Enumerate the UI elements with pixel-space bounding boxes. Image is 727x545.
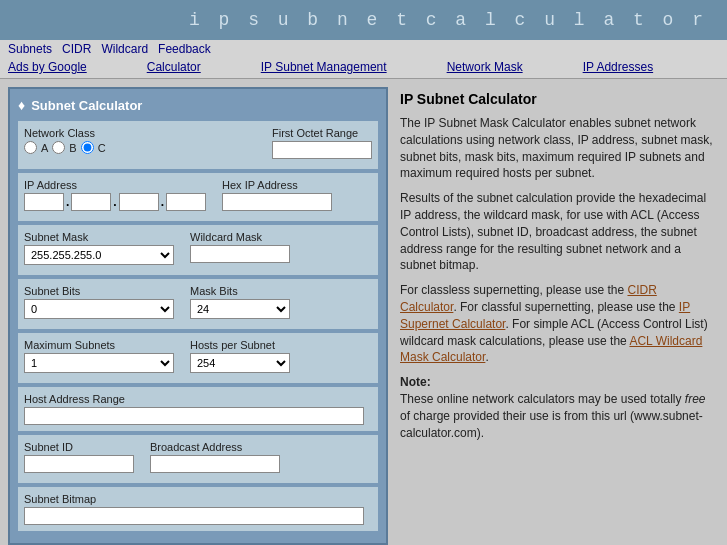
hex-ip-input[interactable]: C0A8.00.01	[222, 193, 332, 211]
mask-row: Subnet Mask 255.255.255.0 Wildcard Mask …	[24, 231, 372, 265]
info-p3-mid: . For classful supernetting, please use …	[453, 300, 678, 314]
hex-ip-group: Hex IP Address C0A8.00.01	[222, 179, 332, 211]
hosts-per-subnet-select[interactable]: 254	[190, 353, 290, 373]
wildcard-mask-label: Wildcard Mask	[190, 231, 290, 243]
note-free: free	[685, 392, 706, 406]
subnet-mask-group: Subnet Mask 255.255.255.0	[24, 231, 174, 265]
nav-subnets[interactable]: Subnets	[8, 42, 52, 56]
ads-by-google[interactable]: Ads by Google	[8, 60, 87, 74]
network-class-row: Network Class A B C First Octet Range 19…	[24, 127, 372, 159]
ip-row: IP Address 192 . 168 . 0 . 1 Hex IP Addr…	[24, 179, 372, 211]
note-pre: These online network calculators may be …	[400, 392, 685, 406]
subnet-bits-group: Subnet Bits 0	[24, 285, 174, 319]
subnet-id-label: Subnet ID	[24, 441, 134, 453]
host-range-section: Host Address Range 192.168.0.1 - 192.168…	[18, 387, 378, 431]
nav-cidr[interactable]: CIDR	[62, 42, 91, 56]
mask-bits-select[interactable]: 24	[190, 299, 290, 319]
info-paragraph1: The IP Subnet Mask Calculator enables su…	[400, 115, 715, 182]
calculator-icon: ♦	[18, 97, 25, 113]
broadcast-label: Broadcast Address	[150, 441, 280, 453]
info-p3-end: .	[485, 350, 488, 364]
bits-row: Subnet Bits 0 Mask Bits 24	[24, 285, 372, 319]
info-note: Note: These online network calculators m…	[400, 374, 715, 441]
wildcard-mask-input[interactable]: 0.0.0.255	[190, 245, 290, 263]
nav-links: Subnets CIDR Wildcard Feedback	[8, 42, 719, 56]
header-title: i p s u b n e t c a l c u l a t o r	[189, 10, 707, 30]
host-range-input[interactable]: 192.168.0.1 - 192.168.0.254	[24, 407, 364, 425]
bits-section: Subnet Bits 0 Mask Bits 24	[18, 279, 378, 329]
ads-link-calculator[interactable]: Calculator	[147, 60, 201, 74]
subnet-bits-label: Subnet Bits	[24, 285, 174, 297]
ip-oct3[interactable]: 0	[119, 193, 159, 211]
subnets-hosts-section: Maximum Subnets 1 Hosts per Subnet 254	[18, 333, 378, 383]
info-panel: IP Subnet Calculator The IP Subnet Mask …	[396, 87, 719, 545]
host-range-group: Host Address Range 192.168.0.1 - 192.168…	[24, 393, 372, 425]
subnet-broadcast-section: Subnet ID 192.168.0.0 Broadcast Address …	[18, 435, 378, 483]
radio-class-c[interactable]	[81, 141, 94, 154]
nav-wildcard[interactable]: Wildcard	[101, 42, 148, 56]
broadcast-group: Broadcast Address 192.168.0.255	[150, 441, 280, 473]
max-subnets-label: Maximum Subnets	[24, 339, 174, 351]
subnet-mask-select[interactable]: 255.255.255.0	[24, 245, 174, 265]
first-octet-label: First Octet Range	[272, 127, 372, 139]
max-subnets-select[interactable]: 1	[24, 353, 174, 373]
network-class-group: Network Class A B C	[24, 127, 106, 159]
hex-ip-label: Hex IP Address	[222, 179, 332, 191]
mask-bits-group: Mask Bits 24	[190, 285, 290, 319]
ip-sep-3: .	[161, 195, 164, 209]
info-paragraph3: For classless supernetting, please use t…	[400, 282, 715, 366]
max-subnets-group: Maximum Subnets 1	[24, 339, 174, 373]
ip-address-label: IP Address	[24, 179, 206, 191]
ip-oct4[interactable]: 1	[166, 193, 206, 211]
info-p3-pre: For classless supernetting, please use t…	[400, 283, 627, 297]
note-title: Note:	[400, 375, 431, 389]
ip-section: IP Address 192 . 168 . 0 . 1 Hex IP Addr…	[18, 173, 378, 221]
subnet-bits-select[interactable]: 0	[24, 299, 174, 319]
ads-link-subnet-mgmt[interactable]: IP Subnet Management	[261, 60, 387, 74]
hosts-per-subnet-label: Hosts per Subnet	[190, 339, 290, 351]
mask-section: Subnet Mask 255.255.255.0 Wildcard Mask …	[18, 225, 378, 275]
panel-title: ♦ Subnet Calculator	[18, 97, 378, 113]
network-class-section: Network Class A B C First Octet Range 19…	[18, 121, 378, 169]
host-range-label: Host Address Range	[24, 393, 372, 405]
ads-link-ip-addresses[interactable]: IP Addresses	[583, 60, 654, 74]
page-header: i p s u b n e t c a l c u l a t o r	[0, 0, 727, 40]
mask-bits-label: Mask Bits	[190, 285, 290, 297]
broadcast-input[interactable]: 192.168.0.255	[150, 455, 280, 473]
bitmap-group: Subnet Bitmap 110nnnnn.nnnnnnnn.nnnnnnnn…	[24, 493, 372, 525]
subnet-id-group: Subnet ID 192.168.0.0	[24, 441, 134, 473]
bitmap-section: Subnet Bitmap 110nnnnn.nnnnnnnn.nnnnnnnn…	[18, 487, 378, 531]
nav-bar: Subnets CIDR Wildcard Feedback	[0, 40, 727, 58]
ip-oct2[interactable]: 168	[71, 193, 111, 211]
network-class-label: Network Class	[24, 127, 106, 139]
ads-link-network-mask[interactable]: Network Mask	[447, 60, 523, 74]
calculator-panel: ♦ Subnet Calculator Network Class A B C	[8, 87, 388, 545]
nav-feedback[interactable]: Feedback	[158, 42, 211, 56]
subnet-mask-label: Subnet Mask	[24, 231, 174, 243]
ip-octets-row: 192 . 168 . 0 . 1	[24, 193, 206, 211]
hosts-per-subnet-group: Hosts per Subnet 254	[190, 339, 290, 373]
info-paragraph2: Results of the subnet calculation provid…	[400, 190, 715, 274]
ip-sep-1: .	[66, 195, 69, 209]
radio-class-b[interactable]	[52, 141, 65, 154]
bitmap-label: Subnet Bitmap	[24, 493, 372, 505]
panel-title-text: Subnet Calculator	[31, 98, 142, 113]
first-octet-group: First Octet Range 192 - 223	[272, 127, 372, 159]
wildcard-mask-group: Wildcard Mask 0.0.0.255	[190, 231, 290, 265]
ip-address-group: IP Address 192 . 168 . 0 . 1	[24, 179, 206, 211]
subnet-id-input[interactable]: 192.168.0.0	[24, 455, 134, 473]
radio-class-a[interactable]	[24, 141, 37, 154]
subnet-broadcast-row: Subnet ID 192.168.0.0 Broadcast Address …	[24, 441, 372, 473]
ip-sep-2: .	[113, 195, 116, 209]
note-end: of charge provided their use is from thi…	[400, 409, 703, 440]
ads-bar: Ads by Google Calculator IP Subnet Manag…	[0, 58, 727, 79]
label-class-b: B	[69, 142, 76, 154]
first-octet-input[interactable]: 192 - 223	[272, 141, 372, 159]
main-content: ♦ Subnet Calculator Network Class A B C	[0, 79, 727, 545]
info-title: IP Subnet Calculator	[400, 91, 715, 107]
subnets-hosts-row: Maximum Subnets 1 Hosts per Subnet 254	[24, 339, 372, 373]
radio-row: A B C	[24, 141, 106, 154]
bitmap-input[interactable]: 110nnnnn.nnnnnnnn.nnnnnnnn.hhhhhhhh	[24, 507, 364, 525]
ip-oct1[interactable]: 192	[24, 193, 64, 211]
label-class-c: C	[98, 142, 106, 154]
